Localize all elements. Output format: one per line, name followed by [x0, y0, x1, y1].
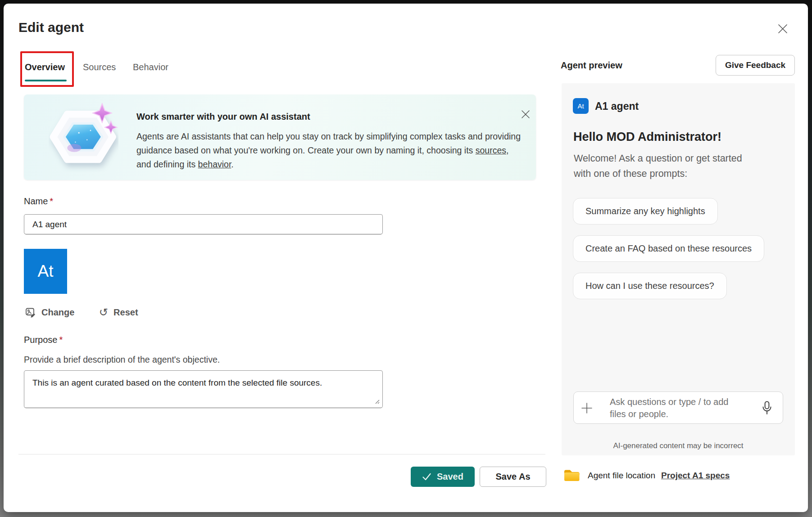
reset-icon: ↺ — [99, 307, 108, 317]
ai-disclaimer: AI-generated content may be incorrect — [562, 441, 795, 450]
agent-preview-panel: At A1 agent Hello MOD Administrator! Wel… — [562, 83, 795, 455]
purpose-label: Purpose* — [24, 335, 63, 345]
tab-behavior[interactable]: Behavior — [133, 62, 168, 72]
file-location-link[interactable]: Project A1 specs — [661, 471, 730, 481]
saved-button[interactable]: Saved — [411, 467, 475, 487]
greeting-heading: Hello MOD Administrator! — [573, 130, 721, 144]
behavior-link[interactable]: behavior — [198, 159, 231, 169]
prompt-suggestion[interactable]: How can I use these resources? — [573, 273, 727, 299]
preview-agent-name: A1 agent — [595, 100, 639, 112]
check-icon — [422, 472, 431, 481]
edit-agent-dialog: Edit agent Overview Sources Behavior — [4, 4, 808, 512]
file-location-label: Agent file location — [588, 471, 655, 481]
plus-icon — [581, 402, 593, 414]
folder-icon — [563, 468, 581, 482]
welcome-text: Welcome! Ask a question or get started w… — [574, 151, 742, 181]
chat-placeholder: Ask questions or type / to add files or … — [610, 396, 729, 420]
close-icon[interactable] — [773, 19, 793, 39]
name-label: Name* — [24, 196, 53, 207]
footer-divider — [18, 454, 545, 454]
agent-badge: At — [573, 98, 589, 114]
agent-preview-heading: Agent preview — [561, 60, 622, 71]
microphone-icon — [762, 401, 772, 415]
prompt-suggestion[interactable]: Create an FAQ based on these resources — [573, 235, 764, 262]
ai-hexagon-icon — [49, 103, 118, 172]
active-tab-indicator — [25, 80, 67, 81]
tab-sources[interactable]: Sources — [83, 62, 116, 72]
dialog-title: Edit agent — [18, 20, 84, 35]
name-input[interactable] — [24, 214, 383, 234]
banner-title: Work smarter with your own AI assistant — [136, 112, 310, 122]
required-asterisk: * — [59, 335, 63, 345]
required-asterisk: * — [50, 196, 53, 206]
change-avatar-button[interactable]: Change — [25, 304, 74, 320]
ai-assistant-banner: Work smarter with your own AI assistant … — [24, 94, 536, 180]
microphone-button[interactable] — [759, 401, 775, 416]
agent-avatar: At — [24, 249, 67, 294]
purpose-textarea[interactable]: This is an agent curated based on the co… — [24, 370, 383, 408]
sources-link[interactable]: sources — [476, 145, 506, 155]
prompt-suggestion[interactable]: Summarize any key highlights — [573, 198, 718, 225]
banner-close-icon[interactable] — [517, 106, 534, 122]
give-feedback-button[interactable]: Give Feedback — [716, 55, 795, 76]
save-as-button[interactable]: Save As — [480, 467, 546, 487]
banner-description: Agents are AI assistants that can help y… — [136, 130, 522, 171]
reset-avatar-button[interactable]: ↺ Reset — [99, 304, 138, 320]
tab-overview[interactable]: Overview — [25, 62, 65, 72]
add-attachment-button[interactable] — [580, 402, 594, 415]
edit-image-icon — [25, 307, 36, 318]
purpose-hint: Provide a brief description of the agent… — [24, 355, 220, 365]
chat-input[interactable]: Ask questions or type / to add files or … — [573, 391, 783, 424]
